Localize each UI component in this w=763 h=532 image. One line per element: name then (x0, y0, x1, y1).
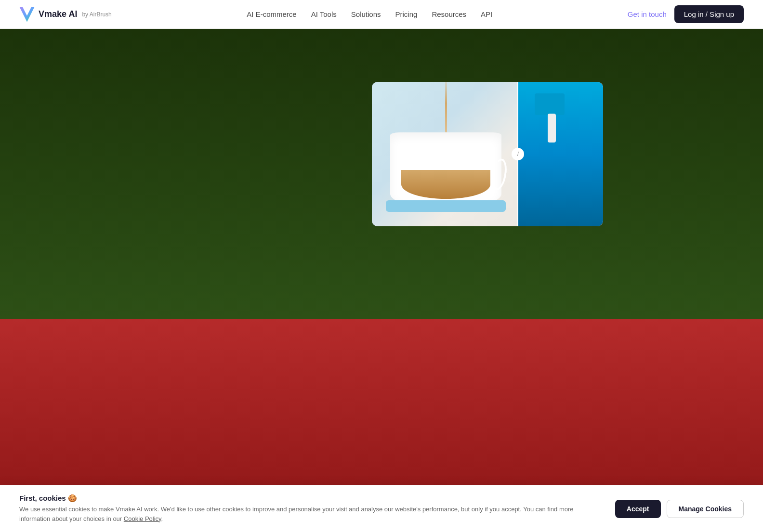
nav-actions: Get in touch Log in / Sign up (628, 5, 744, 23)
machine-nozzle-base (535, 93, 565, 115)
nav-pricing[interactable]: Pricing (395, 10, 418, 18)
hero-left: AI Video Enhancer Try the best online AI… (83, 58, 343, 251)
machine-nozzle-tip (548, 114, 556, 143)
manage-cookies-button[interactable]: Manage Cookies (667, 500, 744, 507)
cookie-actions: Accept Manage Cookies (615, 500, 744, 507)
demo-thumbnails (83, 219, 343, 251)
accept-cookies-button[interactable]: Accept (615, 500, 661, 507)
get-in-touch-link[interactable]: Get in touch (628, 10, 667, 18)
logo-by: by AirBrush (82, 11, 111, 18)
nav-ai-ecommerce[interactable]: AI E-commerce (247, 10, 296, 18)
hero-right: ╱ (372, 82, 603, 226)
cup-coaster (386, 200, 506, 212)
nav-solutions[interactable]: Solutions (351, 10, 381, 18)
cookie-text: First, cookies 🍪 We use essential cookie… (19, 494, 605, 507)
preview-image-container: ╱ (372, 82, 603, 226)
nav-api[interactable]: API (481, 10, 492, 18)
preview-right-machine (517, 82, 603, 226)
cookie-banner: First, cookies 🍪 We use essential cookie… (0, 485, 763, 507)
nav-links: AI E-commerce AI Tools Solutions Pricing… (247, 10, 492, 18)
nav-resources[interactable]: Resources (432, 10, 466, 18)
logo-name: Vmake AI (39, 9, 77, 19)
logo[interactable]: Vmake AI by AirBrush (19, 7, 112, 22)
coffee-cup (390, 132, 501, 205)
nav-ai-tools[interactable]: AI Tools (311, 10, 337, 18)
cookie-title: First, cookies 🍪 (19, 494, 605, 503)
demo-thumb-forest[interactable] (181, 219, 225, 251)
cookie-description: We use essential cookies to make Vmake A… (19, 505, 605, 507)
logo-icon (19, 7, 35, 22)
preview-comparison-divider: ╱ (517, 82, 518, 226)
login-button[interactable]: Log in / Sign up (674, 5, 744, 23)
hero-section: AI Video Enhancer Try the best online AI… (44, 29, 719, 270)
navbar: Vmake AI by AirBrush AI E-commerce AI To… (0, 0, 763, 29)
